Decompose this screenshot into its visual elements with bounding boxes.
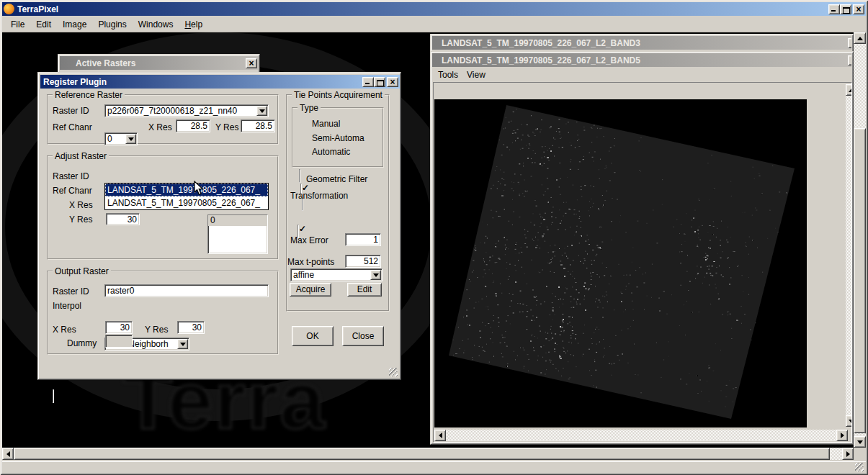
dialog-close-icon[interactable] [387,77,398,87]
landsat-image[interactable] [434,99,807,428]
ref-raster-id-label: Raster ID [53,106,89,116]
band5-vscrollbar[interactable] [846,84,852,427]
register-plugin-dialog[interactable]: Register Plugin Reference Raster Raster … [37,72,401,380]
app-title: TerraPixel [17,4,58,14]
mdi-scroll-left-icon[interactable] [2,448,14,460]
mdi-area: Terra LANDSAT_5_TM_19970805_226_067_L2_B… [2,32,854,448]
app-window: TerraPixel File Edit Image Plugins Windo… [0,0,868,475]
dialog-maximize-icon[interactable] [374,77,385,87]
ref-chan-combo[interactable]: 0 [104,132,138,145]
active-rasters-titlebar[interactable]: Active Rasters [60,56,258,70]
status-bar [2,461,866,473]
band5-window[interactable]: LANDSAT_5_TM_19970805_226_067_L2_BAND5 T… [430,51,854,445]
ok-button[interactable]: OK [292,326,334,346]
max-error-field[interactable]: 1 [345,233,381,246]
out-raster-id-field[interactable]: raster0 [104,284,269,297]
ref-chan-dropdown-icon[interactable] [125,134,136,144]
mdi-scroll-down-icon[interactable] [854,436,866,448]
out-yres-field[interactable]: 30 [177,321,205,334]
band5-scroll-left-icon[interactable] [434,430,446,441]
adj-xres-label: X Res [69,200,93,210]
active-rasters-title: Active Rasters [76,58,135,68]
mdi-vscroll-thumb[interactable] [854,128,866,433]
output-raster-legend: Output Raster [53,266,111,276]
ref-raster-id-dropdown-icon[interactable] [256,106,267,116]
app-titlebar[interactable]: TerraPixel [2,2,866,16]
band5-titlebar[interactable]: LANDSAT_5_TM_19970805_226_067_L2_BAND5 [432,53,851,67]
ref-chan-value: 0 [107,134,125,144]
menu-plugins[interactable]: Plugins [92,18,132,31]
band3-clipped-button[interactable] [848,38,851,48]
out-interp-dropdown-icon[interactable] [177,339,188,349]
ref-raster-id-combo[interactable]: p226r067_7t20000618_z21_nn40 [104,104,269,117]
band3-titlebar[interactable]: LANDSAT_5_TM_19970805_226_067_L2_BAND3 [432,36,851,50]
adj-yres-label: Y Res [69,214,92,225]
out-raster-id-label: Raster ID [53,286,89,297]
active-rasters-close-icon[interactable] [246,58,257,68]
scrollbar-corner [854,448,866,460]
band5-hscrollbar[interactable] [434,430,848,441]
manual-checkbox[interactable] [299,169,300,183]
band5-clipped-button[interactable] [848,55,851,65]
max-tpoints-label: Max t-points [287,257,334,267]
droplist-item-selected[interactable]: LANDSAT_5_TM_19970805_226_067_ [105,184,268,196]
maximize-icon[interactable] [840,4,851,14]
band5-scroll-right-icon[interactable] [836,430,848,441]
max-tpoints-field[interactable]: 512 [345,255,381,268]
adj-ref-chan-label: Ref Chanr [53,186,92,196]
active-rasters-window[interactable]: Active Rasters [58,54,260,73]
type-legend: Type [297,103,321,113]
close-button[interactable]: Close [342,326,384,346]
ref-xres-field[interactable]: 28.5 [176,119,210,132]
band5-menu-view[interactable]: View [462,69,490,81]
adj-channel-list-item[interactable]: 0 [208,215,267,226]
band5-menu-tools[interactable]: Tools [434,69,462,81]
mdi-hscrollbar[interactable] [2,448,854,460]
transformation-dropdown-icon[interactable] [370,270,381,280]
ref-chan-label: Ref Chanr [53,122,92,132]
out-xres-label: X Res [53,325,76,335]
menu-image[interactable]: Image [57,18,92,31]
menu-file[interactable]: File [5,18,30,31]
adj-yres-field[interactable]: 30 [106,213,140,225]
dummy-checkbox[interactable] [53,389,54,403]
menu-windows[interactable]: Windows [133,18,179,31]
dialog-resize-grip[interactable] [389,368,398,376]
dialog-titlebar[interactable]: Register Plugin [40,75,400,89]
mdi-scroll-up-icon[interactable] [854,32,866,44]
dialog-minimize-icon[interactable] [362,77,374,87]
ref-xres-label: X Res [148,122,172,132]
adj-raster-id-droplist[interactable]: LANDSAT_5_TM_19970805_226_067_ LANDSAT_5… [104,183,269,210]
dummy-label: Dummy [67,338,97,348]
out-xres-field[interactable]: 30 [105,321,133,334]
minimize-icon[interactable] [828,4,840,14]
acquire-button[interactable]: Acquire [290,283,331,297]
mdi-scroll-right-icon[interactable] [842,448,854,460]
band5-hscroll-track[interactable] [446,430,836,441]
automatic-label: Automatic [312,147,350,157]
transformation-combo[interactable]: affine [290,268,382,281]
transformation-label: Transformation [290,191,348,201]
adj-raster-id-label: Raster ID [53,171,89,181]
dummy-field [105,335,133,348]
close-icon[interactable] [853,4,864,14]
band5-viewport [433,82,852,443]
band5-menubar: Tools View [432,68,851,81]
ref-yres-field[interactable]: 28.5 [241,119,275,132]
reference-raster-legend: Reference Raster [53,90,125,100]
menu-edit[interactable]: Edit [30,18,57,31]
droplist-item[interactable]: LANDSAT_5_TM_19970805_226_067_ [105,196,268,209]
band5-scroll-up-icon[interactable] [846,84,852,96]
edit-button[interactable]: Edit [347,283,382,297]
band5-scroll-down-icon[interactable] [846,415,852,427]
mdi-vscrollbar[interactable] [854,32,866,448]
app-menubar: File Edit Image Plugins Windows Help [2,16,866,32]
statusbar-resize-grip[interactable] [855,463,864,471]
out-yres-label: Y Res [145,325,168,335]
mdi-hscroll-thumb[interactable] [14,448,830,460]
tie-points-legend: Tie Points Acquirement [292,90,385,100]
band5-vscroll-track[interactable] [846,96,852,415]
menu-help[interactable]: Help [179,18,208,31]
adj-channel-listbox[interactable]: 0 [207,214,268,254]
raster-display[interactable] [434,99,807,428]
